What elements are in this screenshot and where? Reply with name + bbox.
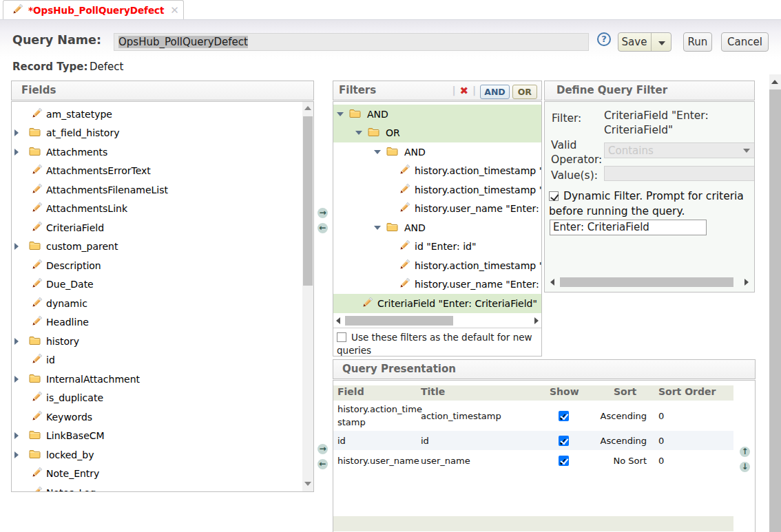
expand-icon[interactable] [14, 243, 19, 250]
field-item-at_field_history[interactable]: at_field_history [12, 124, 313, 143]
filter-node[interactable]: history.user_name "Enter: history.user_n… [333, 200, 541, 219]
scrollbar-arrow-icon[interactable] [304, 106, 311, 110]
valid-operator-select[interactable]: Contains [604, 142, 755, 158]
or-button[interactable]: OR [512, 85, 537, 99]
scrollbar-arrow-icon[interactable] [304, 482, 311, 486]
filter-node[interactable]: history.action_timestamp "Enter: history… [333, 180, 541, 200]
filter-node[interactable]: history.action_timestamp "Enter: history… [333, 256, 541, 275]
query-name-input[interactable]: OpsHub_PollQueryDefect [114, 33, 589, 51]
field-item-Attachments[interactable]: Attachments [12, 142, 313, 162]
field-item-Description[interactable]: Description [12, 256, 313, 275]
scrollbar-thumb[interactable] [769, 89, 781, 532]
scrollbar-thumb[interactable] [303, 116, 313, 286]
field-item-id[interactable]: id [12, 351, 313, 370]
fields-panel-header: Fields [11, 81, 314, 100]
cancel-button[interactable]: Cancel [721, 32, 769, 52]
remove-filter-icon[interactable]: ← [317, 223, 328, 233]
dynamic-filter-row[interactable]: Dynamic Filter. Prompt for criteria befo… [549, 189, 753, 219]
filter-node[interactable]: AND [333, 105, 541, 124]
dynamic-filter-checkbox[interactable] [549, 191, 559, 201]
remove-presentation-icon[interactable]: ← [317, 459, 328, 469]
presentation-row[interactable]: history.action_timestampaction_timestamp… [333, 401, 733, 431]
collapse-icon[interactable] [355, 131, 362, 135]
collapse-icon[interactable] [337, 112, 344, 116]
filter-node[interactable]: history.user_name "Enter: history.user_n… [333, 275, 541, 295]
move-up-icon[interactable]: ↑ [740, 447, 750, 457]
scrollbar-arrow-icon[interactable] [336, 317, 340, 324]
values-input[interactable] [604, 166, 755, 181]
collapse-icon[interactable] [374, 150, 381, 154]
field-item-locked_by[interactable]: locked_by [12, 445, 313, 465]
column-header-show[interactable]: Show [550, 386, 579, 397]
expand-icon[interactable] [14, 338, 19, 345]
field-item-custom_parent[interactable]: custom_parent [12, 237, 313, 257]
field-item-AttachmentsErrorText[interactable]: AttachmentsErrorText [12, 162, 313, 181]
field-item-CriteriaField[interactable]: CriteriaField [12, 218, 313, 237]
scrollbar-arrow-icon[interactable] [744, 279, 749, 286]
filter-node[interactable]: AND [333, 218, 541, 237]
close-icon[interactable]: ✕ [169, 5, 180, 17]
cell-sort[interactable]: Ascending [595, 434, 647, 447]
show-checkbox[interactable]: ✓ [559, 456, 569, 466]
add-presentation-icon[interactable]: → [317, 444, 328, 454]
filter-node[interactable]: history.action_timestamp "Enter: history… [333, 162, 541, 181]
expand-icon[interactable] [14, 432, 19, 439]
expand-icon[interactable] [14, 376, 19, 383]
field-item-Note_Entry[interactable]: Note_Entry [12, 465, 313, 484]
field-item-label: dynamic [46, 298, 87, 309]
add-filter-icon[interactable]: → [317, 208, 328, 218]
criteria-input[interactable]: Enter: CriteriaField [550, 220, 707, 235]
page-scrollbar[interactable] [769, 74, 781, 532]
field-item-Due_Date[interactable]: Due_Date [12, 275, 313, 295]
run-button[interactable]: Run [683, 32, 712, 52]
filter-node[interactable]: id "Enter: id" [333, 237, 541, 257]
define-hscrollbar[interactable] [549, 275, 750, 290]
field-item-AttachmentsFilenameList[interactable]: AttachmentsFilenameList [12, 180, 313, 200]
column-header-title[interactable]: Title [421, 386, 445, 397]
field-item-label: LinkBaseCM [46, 430, 105, 441]
field-item-Headline[interactable]: Headline [12, 313, 313, 332]
save-button[interactable]: Save [618, 32, 671, 52]
cell-sort[interactable]: Ascending [595, 409, 647, 423]
field-item-AttachmentsLink[interactable]: AttachmentsLink [12, 200, 313, 219]
field-item-am_statetype[interactable]: am_statetype [12, 105, 313, 124]
cell-sort[interactable]: No Sort [595, 454, 647, 467]
filter-node[interactable]: AND [333, 142, 541, 162]
help-icon[interactable]: ? [597, 32, 611, 46]
pencil-icon [399, 202, 410, 215]
filter-node[interactable]: OR [333, 124, 541, 143]
presentation-row[interactable]: idid✓Ascending0 [333, 431, 733, 450]
expand-icon[interactable] [14, 149, 19, 156]
field-item-dynamic[interactable]: dynamic [12, 294, 313, 313]
scrollbar-thumb[interactable] [345, 316, 453, 326]
move-down-icon[interactable]: ↓ [740, 462, 750, 472]
show-checkbox[interactable]: ✓ [559, 436, 569, 446]
field-item-Notes_Log[interactable]: Notes_Log [12, 483, 313, 492]
expand-icon[interactable] [14, 129, 19, 136]
scrollbar-arrow-icon[interactable] [534, 317, 539, 324]
scrollbar-arrow-icon[interactable] [550, 279, 554, 286]
field-item-InternalAttachment[interactable]: InternalAttachment [12, 370, 313, 389]
field-item-history[interactable]: history [12, 332, 313, 351]
column-header-field[interactable]: Field [337, 386, 364, 397]
scrollbar-arrow-icon[interactable] [771, 80, 778, 84]
default-filter-checkbox-row[interactable]: Use these filters as the default for new… [333, 328, 541, 357]
query-tab[interactable]: *OpsHub_PollQueryDefect ✕ [3, 0, 184, 19]
scrollbar-thumb[interactable] [560, 277, 733, 287]
delete-filter-icon[interactable]: ✖ [460, 85, 469, 97]
filters-hscrollbar[interactable] [335, 313, 540, 328]
column-header-sort-order[interactable]: Sort Order [658, 386, 716, 397]
field-item-Keywords[interactable]: Keywords [12, 407, 313, 427]
filter-node[interactable]: CriteriaField "Enter: CriteriaField" [333, 294, 541, 313]
presentation-row[interactable]: history.user_nameuser_name✓No Sort0 [333, 450, 733, 471]
field-item-is_duplicate[interactable]: is_duplicate [12, 389, 313, 408]
field-item-LinkBaseCM[interactable]: LinkBaseCM [12, 427, 313, 446]
and-button[interactable]: AND [480, 85, 510, 99]
default-filter-checkbox[interactable] [337, 332, 346, 342]
expand-icon[interactable] [14, 451, 19, 458]
save-dropdown-arrow[interactable] [652, 33, 671, 51]
column-header-sort[interactable]: Sort [614, 386, 636, 397]
show-checkbox[interactable]: ✓ [559, 411, 569, 421]
fields-scrollbar[interactable] [302, 102, 313, 491]
collapse-icon[interactable] [374, 226, 381, 230]
